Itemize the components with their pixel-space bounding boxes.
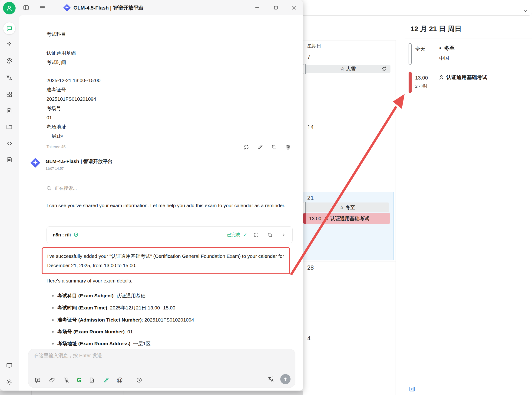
calendar-event-dongzhi[interactable]: ☆ 冬至 [305,203,389,212]
chevron-updown-icon[interactable] [134,4,142,12]
background-window-strip [0,391,303,395]
edit-icon[interactable] [257,143,264,150]
grid-line [303,332,396,332]
tools-hammer-icon[interactable] [102,376,110,384]
calendar-event-daxue[interactable]: ☆ 大雪 [305,65,391,73]
assistant-avatar [30,157,41,168]
message-input[interactable] [33,352,267,371]
calendar-day-4[interactable]: 4 [307,335,310,342]
shield-check-icon [73,232,79,238]
event-pill-handle[interactable] [303,64,306,74]
summary-item: 考试时间 (Exam Time): 2025年12月21日 13:00--15:… [52,305,175,311]
new-topic-icon[interactable] [33,376,42,384]
sidebar-item-file-search-icon[interactable] [4,105,14,116]
panel-event-holiday[interactable]: •冬至 [439,45,455,52]
star-icon: ☆ [340,66,345,72]
send-button[interactable] [280,374,291,384]
panel-bottom-divider [405,383,532,383]
chevron-right-icon[interactable] [281,232,286,238]
summary-item: 考场地址 (Exam Room Address): 一层1区 [52,340,151,347]
collapse-panel-icon[interactable] [409,385,416,392]
exam-title: 认证通用基础考试 [446,74,487,81]
calendar-day21-cell-selected[interactable] [303,192,393,260]
calendar-day-14[interactable]: 14 [307,124,314,131]
search-status-text: 正在搜索... [54,185,77,191]
mention-icon[interactable]: @ [116,377,123,384]
calendar-day-7[interactable]: 7 [307,54,310,60]
allday-event-bar [409,43,412,65]
exam-event-bar [409,71,412,93]
expand-icon[interactable] [253,232,259,238]
sidebar-item-notes-icon[interactable] [4,155,14,165]
event-time: 13:00 [309,216,321,221]
summary-value: : 2025年12月21日 13:00--15:00 [107,305,175,310]
exam-duration: 2 小时 [415,83,428,89]
summary-label: 考试时间 (Exam Time) [57,305,107,310]
sidebar-item-display-icon[interactable] [4,360,14,371]
search-icon [46,185,52,191]
avatar[interactable] [3,2,16,14]
menu-hamburger-icon[interactable] [38,4,46,12]
check-icon: ✓ [243,232,247,238]
message-input-container[interactable]: G @ [28,349,295,388]
weekday-header: 星期日 [307,43,321,49]
summary-value: : 认证通用基础 [114,293,146,298]
repeat-icon[interactable] [381,66,387,72]
calendar-right-border [396,40,396,395]
summary-item: 考试科目 (Exam Subject): 认证通用基础 [52,292,146,299]
person-icon [324,216,329,221]
sidebar-item-palette-icon[interactable] [4,56,14,66]
translate-icon[interactable] [267,375,275,383]
attachment-icon[interactable] [48,376,56,384]
model-selector-title[interactable]: GLM-4.5-Flash | 智谱开放平台 [73,4,144,11]
grid-line [303,262,396,262]
regenerate-icon[interactable] [243,143,250,150]
grid-line [303,121,396,121]
close-button[interactable] [290,4,298,12]
screen: 星期日 7 14 28 4 ☆ 大雪 21 ☆ 冬至 13:00 认证通用基础考… [0,0,532,395]
sidebar-item-code-icon[interactable] [4,138,14,148]
bullet-icon [52,331,54,333]
minimize-button[interactable] [253,4,261,12]
sidebar-item-apps-grid-icon[interactable] [4,89,14,99]
calendar-day-28[interactable]: 28 [307,264,314,271]
copy-icon[interactable] [271,143,277,150]
google-icon[interactable]: G [77,377,81,384]
sidebar-item-assistant-sparkle-icon[interactable] [4,39,14,49]
divider [129,377,129,383]
summary-value: : 2025101FS010201094 [142,317,194,323]
bullet-icon [52,307,54,309]
event-label: 大雪 [346,66,356,72]
event-title: 认证通用基础考试 [330,215,369,222]
token-count: Tokens: 45 [46,145,65,149]
bullet-icon [52,319,54,321]
event-color-bar [303,213,306,224]
panel-left-border [405,15,405,395]
sidebar-item-settings-gear-icon[interactable] [4,377,14,387]
panel-event-exam[interactable]: 认证通用基础考试 [438,74,487,81]
summary-value: : 一层1区 [130,341,150,346]
search-status: 正在搜索... [46,185,77,191]
sidebar-item-translate-icon[interactable] [4,72,14,83]
event-pill-handle[interactable] [303,202,306,214]
knowledge-file-icon[interactable] [88,376,96,384]
user-message-paragraph: 认证通用基础 考试时间 [46,48,76,67]
person-icon [438,74,444,80]
summary-label: 考场地址 (Exam Room Address) [57,341,130,346]
maximize-button[interactable] [272,4,280,12]
collapse-toolbar-icon[interactable] [135,376,143,384]
tool-call-card[interactable]: n8n : rili 已完成 ✓ [46,226,293,243]
panel-date-title: 12 月 21 日 周日 [410,24,461,34]
copy-icon[interactable] [267,232,273,238]
bullet-icon [52,295,54,297]
chevron-down-icon[interactable] [522,8,528,14]
sidebar-item-folder-icon[interactable] [4,122,14,132]
holiday-region: 中国 [439,55,449,61]
sidebar-item-chat-active[interactable] [3,22,15,34]
calendar-event-exam[interactable]: 13:00 认证通用基础考试 [303,213,390,224]
toggle-sidebar-icon[interactable] [22,4,30,12]
mic-off-icon[interactable] [62,376,71,384]
delete-icon[interactable] [284,143,291,150]
calendar-day-21[interactable]: 21 [307,195,314,201]
summary-value: : 01 [125,329,133,334]
